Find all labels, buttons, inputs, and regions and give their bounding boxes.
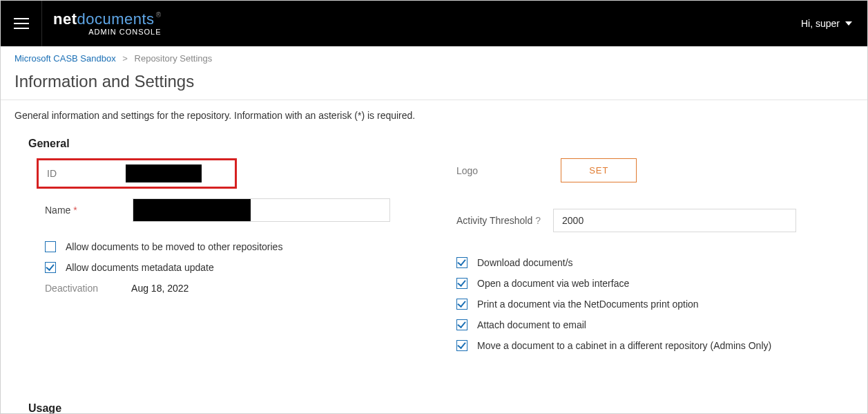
general-left-column: ID Name * Allow documents to be moved to… <box>28 158 415 361</box>
deactivation-date: Aug 18, 2022 <box>131 283 189 294</box>
permission-label: Attach document to email <box>477 319 586 330</box>
name-input[interactable] <box>133 198 390 222</box>
permission-label: Download document/s <box>477 257 573 268</box>
brand-logo: netdocuments® ADMIN CONSOLE <box>53 12 162 36</box>
user-menu[interactable]: Hi, super <box>801 18 852 29</box>
deactivation-label: Deactivation <box>45 283 98 294</box>
hamburger-icon <box>14 18 29 29</box>
allow-move-label: Allow documents to be moved to other rep… <box>66 241 282 252</box>
logo-label: Logo <box>456 165 478 176</box>
name-label: Name * <box>45 205 77 216</box>
permission-label: Move a document to a cabinet in a differ… <box>477 340 771 351</box>
user-greeting: Hi, super <box>801 18 840 29</box>
permission-print-checkbox[interactable] <box>456 299 467 310</box>
help-icon[interactable]: ? <box>535 215 541 226</box>
logo-subtitle: ADMIN CONSOLE <box>53 28 162 36</box>
logo-row: Logo SET <box>456 158 840 182</box>
set-logo-button[interactable]: SET <box>561 158 637 182</box>
page-description: General information and settings for the… <box>1 100 867 131</box>
general-section: General ID Name * Allow documents to be … <box>1 131 867 361</box>
permission-download-checkbox[interactable] <box>456 257 467 268</box>
allow-meta-label: Allow documents metadata update <box>66 262 214 273</box>
activity-threshold-label: Activity Threshold ? <box>456 215 541 226</box>
name-value-redacted <box>133 199 251 221</box>
permission-label: Open a document via web interface <box>477 278 629 289</box>
breadcrumb-current: Repository Settings <box>135 53 213 64</box>
name-row: Name * <box>45 198 415 222</box>
permission-move-cabinet-checkbox[interactable] <box>456 340 467 351</box>
chevron-down-icon <box>845 21 852 26</box>
id-highlight-frame: ID <box>37 158 237 189</box>
permission-row: Print a document via the NetDocuments pr… <box>456 299 840 310</box>
permission-row: Download document/s <box>456 257 840 268</box>
id-value-redacted <box>126 164 202 182</box>
app-header: netdocuments® ADMIN CONSOLE Hi, super <box>1 1 867 46</box>
header-left: netdocuments® ADMIN CONSOLE <box>1 1 162 46</box>
permission-label: Print a document via the NetDocuments pr… <box>477 299 699 310</box>
permission-row: Attach document to email <box>456 319 840 330</box>
breadcrumb-root-link[interactable]: Microsoft CASB Sandbox <box>15 53 116 64</box>
id-label: ID <box>47 168 57 179</box>
permission-open-web-checkbox[interactable] <box>456 278 467 289</box>
deactivation-row: Deactivation Aug 18, 2022 <box>45 283 415 294</box>
breadcrumb: Microsoft CASB Sandbox > Repository Sett… <box>1 46 867 68</box>
logo-text-part2: documents <box>77 10 155 28</box>
trademark-icon: ® <box>156 11 162 19</box>
hamburger-menu-button[interactable] <box>1 1 42 46</box>
permission-attach-email-checkbox[interactable] <box>456 319 467 330</box>
general-right-column: Logo SET Activity Threshold ? Download d… <box>443 158 840 361</box>
page-title: Information and Settings <box>1 68 867 100</box>
general-section-title: General <box>28 138 840 150</box>
permission-row: Open a document via web interface <box>456 278 840 289</box>
usage-section-title: Usage <box>1 361 867 414</box>
allow-meta-checkbox[interactable] <box>45 262 56 273</box>
activity-threshold-input[interactable] <box>553 209 796 232</box>
breadcrumb-separator: > <box>122 53 128 64</box>
activity-threshold-row: Activity Threshold ? <box>456 209 840 232</box>
allow-move-checkbox[interactable] <box>45 241 56 252</box>
logo-text-part1: net <box>53 10 77 28</box>
allow-meta-row: Allow documents metadata update <box>45 262 415 273</box>
permissions-list: Download document/s Open a document via … <box>456 257 840 351</box>
allow-move-row: Allow documents to be moved to other rep… <box>45 241 415 252</box>
required-mark: * <box>73 205 77 216</box>
permission-row: Move a document to a cabinet in a differ… <box>456 340 840 351</box>
